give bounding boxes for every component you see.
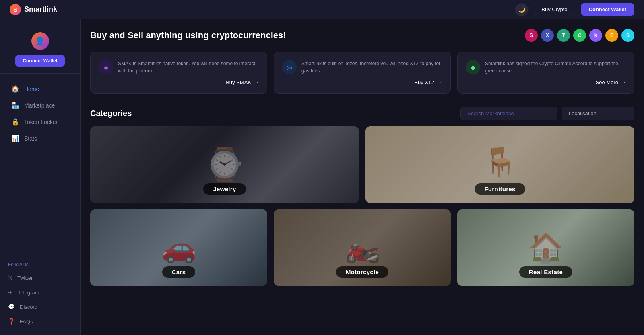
faqs-label: FAQs bbox=[20, 318, 33, 325]
cars-overlay: Cars bbox=[90, 209, 267, 286]
sidebar-item-marketplace-label: Marketplace bbox=[24, 102, 55, 109]
logo[interactable]: S Smartlink bbox=[10, 4, 57, 15]
token-locker-icon: 🔒 bbox=[11, 118, 19, 126]
smak-card-top: ◈ SMAK is Smartlink's native token. You … bbox=[99, 60, 259, 74]
sidebar-divider bbox=[8, 255, 72, 255]
sidebar-item-telegram[interactable]: ✈ Telegram bbox=[0, 286, 80, 299]
faqs-icon: ❓ bbox=[8, 318, 15, 325]
categories-header: Categories Localisation Europe North Ame… bbox=[90, 107, 634, 120]
green-icon: ◆ bbox=[466, 60, 480, 74]
content-header: Buy and Sell anything using cryptocurren… bbox=[90, 29, 634, 42]
categories-filters: Localisation Europe North America Asia O… bbox=[460, 107, 634, 120]
telegram-icon: ✈ bbox=[8, 289, 13, 296]
sidebar-item-twitter[interactable]: 𝕏 Twitter bbox=[0, 271, 80, 284]
xtz-icon: ◎ bbox=[282, 60, 297, 74]
token-badge-usdt[interactable]: ₮ bbox=[557, 29, 570, 42]
category-grid-top: Jewelry Furnitures bbox=[90, 126, 634, 203]
follow-us-label: Follow us bbox=[0, 258, 80, 271]
xtz-info-card: ◎ Smartlink is built on Tezos, therefore… bbox=[274, 52, 451, 94]
sidebar-profile: 👤 Connect Wallet bbox=[0, 26, 80, 74]
smak-card-text: SMAK is Smartlink's native token. You wi… bbox=[118, 60, 259, 74]
sidebar-item-stats-label: Stats bbox=[24, 135, 37, 142]
discord-label: Discord bbox=[20, 304, 37, 310]
real-estate-label: Real Estate bbox=[519, 266, 572, 278]
sidebar-item-home[interactable]: 🏠 Home bbox=[3, 81, 77, 97]
categories-title: Categories bbox=[90, 109, 132, 118]
jewelry-overlay: Jewelry bbox=[90, 126, 359, 203]
home-icon: 🏠 bbox=[11, 85, 19, 93]
category-card-cars[interactable]: Cars bbox=[90, 209, 267, 286]
motorcycle-overlay: Motorcycle bbox=[274, 209, 451, 286]
category-card-motorcycle[interactable]: Motorcycle bbox=[274, 209, 451, 286]
sidebar-nav: 🏠 Home 🏪 Marketplace 🔒 Token Locker 📊 St… bbox=[0, 77, 80, 252]
telegram-label: Telegram bbox=[18, 290, 39, 296]
cars-label: Cars bbox=[162, 266, 196, 278]
token-badges: S X ₮ C k E S bbox=[525, 29, 634, 42]
buy-xtz-link[interactable]: Buy XTZ → bbox=[414, 79, 442, 85]
real-estate-overlay: Real Estate bbox=[457, 209, 634, 286]
xtz-card-top: ◎ Smartlink is built on Tezos, therefore… bbox=[282, 60, 442, 74]
token-badge-smak[interactable]: S bbox=[525, 29, 538, 42]
category-grid-bottom: Cars Motorcycle Real Estate bbox=[90, 209, 634, 286]
furnitures-label: Furnitures bbox=[475, 183, 525, 195]
sidebar-item-marketplace[interactable]: 🏪 Marketplace bbox=[3, 97, 77, 113]
token-badge-eth[interactable]: E bbox=[605, 29, 618, 42]
twitter-label: Twitter bbox=[17, 275, 33, 281]
twitter-icon: 𝕏 bbox=[8, 275, 12, 281]
furnitures-overlay: Furnitures bbox=[365, 126, 634, 203]
smak-icon: ◈ bbox=[99, 60, 113, 74]
sidebar-item-token-locker-label: Token Locker bbox=[24, 119, 58, 125]
category-card-furnitures[interactable]: Furnitures bbox=[365, 126, 634, 203]
dark-mode-toggle[interactable]: 🌙 bbox=[515, 3, 528, 16]
sidebar-item-home-label: Home bbox=[24, 86, 39, 92]
category-card-real-estate[interactable]: Real Estate bbox=[457, 209, 634, 286]
sidebar-item-discord[interactable]: 💬 Discord bbox=[0, 300, 80, 313]
top-navigation: S Smartlink 🌙 Buy Crypto Connect Wallet bbox=[0, 0, 644, 19]
page-title: Buy and Sell anything using cryptocurren… bbox=[90, 30, 286, 41]
sidebar-item-stats[interactable]: 📊 Stats bbox=[3, 130, 77, 146]
info-cards: ◈ SMAK is Smartlink's native token. You … bbox=[90, 52, 634, 94]
sidebar-item-token-locker[interactable]: 🔒 Token Locker bbox=[3, 114, 77, 130]
green-card-text: Smartlink has signed the Crypto Climate … bbox=[485, 60, 626, 74]
main-layout: 👤 Connect Wallet 🏠 Home 🏪 Marketplace 🔒 … bbox=[0, 19, 644, 335]
connect-wallet-button-top[interactable]: Connect Wallet bbox=[581, 3, 634, 16]
localisation-select[interactable]: Localisation Europe North America Asia O… bbox=[562, 107, 634, 120]
logo-text: Smartlink bbox=[24, 5, 57, 14]
green-card-top: ◆ Smartlink has signed the Crypto Climat… bbox=[466, 60, 626, 74]
sidebar: 👤 Connect Wallet 🏠 Home 🏪 Marketplace 🔒 … bbox=[0, 19, 80, 335]
token-badge-kusd[interactable]: k bbox=[589, 29, 602, 42]
logo-icon: S bbox=[10, 4, 21, 15]
jewelry-label: Jewelry bbox=[203, 183, 246, 195]
token-badge-xtz[interactable]: X bbox=[541, 29, 554, 42]
search-marketplace-input[interactable] bbox=[460, 107, 557, 120]
topnav-right: 🌙 Buy Crypto Connect Wallet bbox=[515, 3, 634, 16]
green-info-card: ◆ Smartlink has signed the Crypto Climat… bbox=[457, 52, 634, 94]
xtz-card-text: Smartlink is built on Tezos, therefore y… bbox=[301, 60, 442, 74]
discord-icon: 💬 bbox=[8, 304, 15, 310]
marketplace-icon: 🏪 bbox=[11, 101, 19, 109]
connect-wallet-button-side[interactable]: Connect Wallet bbox=[15, 55, 64, 67]
buy-smak-link[interactable]: Buy SMAK → bbox=[226, 79, 259, 85]
token-badge-ctez[interactable]: C bbox=[573, 29, 586, 42]
avatar: 👤 bbox=[31, 32, 49, 50]
main-content: Buy and Sell anything using cryptocurren… bbox=[80, 19, 644, 335]
motorcycle-label: Motorcycle bbox=[336, 266, 388, 278]
category-card-jewelry[interactable]: Jewelry bbox=[90, 126, 359, 203]
smak-info-card: ◈ SMAK is Smartlink's native token. You … bbox=[90, 52, 267, 94]
sidebar-item-faqs[interactable]: ❓ FAQs bbox=[0, 315, 80, 328]
buy-crypto-button[interactable]: Buy Crypto bbox=[535, 4, 574, 15]
stats-icon: 📊 bbox=[11, 134, 19, 142]
see-more-link[interactable]: See More → bbox=[596, 79, 626, 85]
token-badge-s2[interactable]: S bbox=[621, 29, 634, 42]
